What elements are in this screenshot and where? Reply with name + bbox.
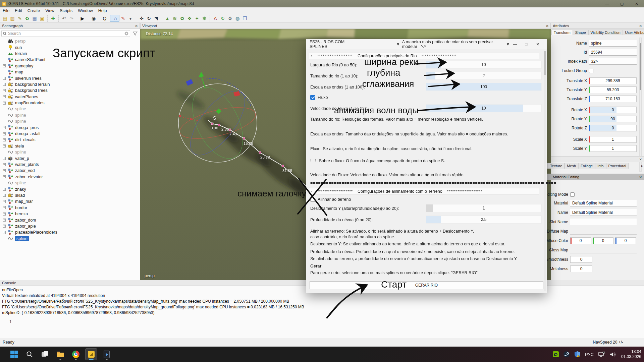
tabs-overflow-icon[interactable]: ▸ — [641, 164, 643, 168]
metalness-field[interactable]: 0 — [570, 265, 592, 272]
paint-off-icon[interactable]: ✎ — [119, 15, 127, 22]
fluxo-checkbox-row[interactable]: Fluxo — [310, 95, 328, 100]
expand-toggle-icon[interactable]: + — [3, 169, 6, 172]
tree-item-careerStartPoint[interactable]: + careerStartPoint — [0, 57, 140, 63]
expand-toggle-icon[interactable]: + — [3, 138, 6, 141]
rotate-x-field[interactable]: 0 — [589, 107, 637, 113]
expand-toggle-icon[interactable]: + — [3, 231, 6, 234]
translate-z-field[interactable]: 710.153 — [589, 96, 637, 102]
file-explorer-button[interactable] — [54, 348, 66, 360]
tree-item-sklad[interactable]: + sklad — [0, 192, 140, 198]
start-button[interactable] — [8, 348, 20, 360]
terrain-sculpt-icon[interactable]: ▲ — [162, 15, 171, 22]
dialog-titlebar[interactable]: FS25 - RIOS COM SPLINES ♥ A maneira mais… — [306, 39, 547, 49]
expand-toggle-icon[interactable]: + — [3, 157, 6, 160]
escala-slider[interactable]: 100 — [426, 83, 542, 91]
tree-item-stela[interactable]: + stela — [0, 143, 140, 149]
media-app-button[interactable] — [101, 348, 113, 360]
rotate-y-field[interactable]: 90 — [589, 116, 637, 122]
editing-mode-checkbox[interactable] — [570, 192, 575, 197]
open-file-icon[interactable]: ▨ — [9, 15, 16, 22]
largura-slider[interactable]: 10 — [426, 61, 542, 69]
terrain-info-icon[interactable]: ✦ — [193, 15, 201, 22]
expand-toggle-icon[interactable]: + — [3, 194, 6, 197]
translate-y-field[interactable]: 59.203 — [589, 86, 637, 93]
search-input[interactable]: Search — [1, 30, 130, 37]
undo-icon[interactable]: ↶ — [58, 15, 68, 22]
menu-item[interactable]: Edit — [12, 8, 25, 13]
tree-item-spline[interactable]: + spline — [0, 106, 140, 112]
save-icon[interactable]: ▦ — [31, 15, 38, 22]
expand-toggle-icon[interactable]: + — [3, 89, 6, 92]
tree-item-zabor_dom[interactable]: + zabor_dom — [0, 217, 140, 223]
diffuse-map-field[interactable] — [570, 228, 637, 235]
clear-search-icon[interactable] — [124, 32, 128, 36]
tree-item-persp[interactable]: + persp — [0, 38, 140, 44]
tree-item-sun[interactable]: + sun — [0, 44, 140, 50]
material-tab[interactable]: Mesh — [565, 163, 578, 169]
task-view-button[interactable] — [39, 348, 51, 360]
chrome-button[interactable] — [70, 348, 82, 360]
tree-item-bereza[interactable]: + bereza — [0, 211, 140, 217]
tree-item-spline[interactable]: + spline — [0, 112, 140, 118]
text-tool-icon[interactable]: A — [210, 15, 219, 22]
window-minimize-button[interactable]: — — [600, 0, 614, 7]
foliage-paint-icon[interactable]: ❖ — [186, 15, 193, 22]
filter-funnel-icon[interactable] — [133, 31, 138, 36]
tree-item-placeablePlaceholders[interactable]: + placeablePlaceholders — [0, 229, 140, 235]
clock[interactable]: 13:04 01.03.2026 — [621, 349, 641, 359]
tree-item-backgroundTerrain[interactable]: + backgroundTerrain — [0, 81, 140, 87]
refresh-scripts-icon[interactable]: ↻ — [219, 15, 226, 22]
expand-toggle-icon[interactable]: + — [3, 163, 6, 166]
material-name-field[interactable]: Default Spline Material — [570, 209, 637, 216]
tamanho-slider[interactable]: 2 — [426, 72, 542, 80]
scale-y-field[interactable]: 1 — [589, 145, 637, 152]
velocidade-slider[interactable]: 10 — [426, 104, 542, 112]
zoom-tool-icon[interactable]: Q — [99, 15, 108, 22]
menu-item[interactable]: Create — [25, 8, 43, 13]
dialog-maximize-button[interactable]: □ — [521, 42, 532, 47]
dropdown-icon[interactable]: ▾ — [127, 15, 134, 22]
play-icon[interactable]: ▶ — [77, 15, 86, 22]
expand-toggle-icon[interactable]: + — [3, 95, 6, 98]
network-icon[interactable] — [598, 352, 605, 357]
window-maximize-button[interactable]: ▢ — [614, 0, 629, 7]
settings-gear-icon[interactable]: ⚙ — [226, 15, 234, 22]
material-field[interactable]: Default Spline Material — [570, 200, 637, 206]
visibility-icon[interactable]: ◉ — [88, 15, 97, 22]
material-editing-close-icon[interactable]: ✕ — [639, 175, 642, 179]
expand-toggle-icon[interactable]: + — [3, 225, 6, 228]
expand-toggle-icon[interactable]: + — [3, 77, 6, 80]
material-tab[interactable]: Foliage — [578, 163, 595, 169]
tree-item-terrain[interactable]: + terrain — [0, 51, 140, 57]
tree-item-spline[interactable]: + spline — [0, 149, 140, 155]
menu-item[interactable]: File — [0, 8, 12, 13]
attributes-tab[interactable]: User Attributes — [623, 29, 644, 35]
tree-item-bordur[interactable]: + bordur — [0, 205, 140, 211]
collapse-chevron-icon[interactable]: ∧ — [310, 190, 313, 193]
name-field[interactable]: spline — [589, 40, 637, 47]
export-icon[interactable]: ❒ — [241, 15, 249, 22]
expand-toggle-icon[interactable]: + — [3, 219, 6, 222]
terrain-detail-icon[interactable]: ✽ — [201, 15, 208, 22]
tree-item-spline[interactable]: + spline — [0, 118, 140, 124]
dialog-scrollbar[interactable] — [544, 51, 546, 291]
translate-x-field[interactable]: 299.389 — [589, 77, 637, 84]
viewport-close-icon[interactable]: ✕ — [546, 24, 549, 28]
tree-item-zabor_vod[interactable]: + zabor_vod — [0, 168, 140, 174]
antivirus-shield-icon[interactable] — [574, 351, 580, 358]
steam-tray-icon[interactable] — [564, 351, 570, 357]
dock-close-icon[interactable]: ✕ — [639, 158, 642, 161]
material-tab[interactable]: Info — [595, 163, 606, 169]
tree-item-gameplay[interactable]: + gameplay — [0, 63, 140, 69]
expand-toggle-icon[interactable]: + — [3, 175, 6, 178]
import-icon[interactable]: ✎ — [16, 15, 23, 22]
expand-toggle-icon[interactable]: + — [3, 188, 6, 191]
material-tab[interactable]: Procedural — [606, 163, 629, 169]
scenegraph-close-icon[interactable]: ✕ — [135, 24, 138, 28]
expand-toggle-icon[interactable]: + — [3, 102, 6, 105]
tree-item-doroga_asfalt[interactable]: + doroga_asfalt — [0, 131, 140, 137]
terrain-smooth-icon[interactable]: ≋ — [171, 15, 178, 22]
scale-x-field[interactable]: 1 — [589, 136, 637, 143]
tree-item-waterPlanes[interactable]: + waterPlanes — [0, 94, 140, 100]
